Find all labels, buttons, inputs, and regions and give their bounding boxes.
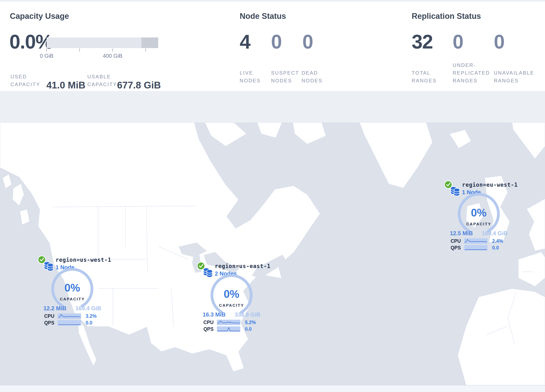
usable-capacity-label: USABLE CAPACITY	[87, 73, 122, 88]
capacity-axis-label-0: 0 GiB	[30, 53, 63, 59]
used-capacity-label: USED CAPACITY	[10, 73, 45, 88]
qps-label: QPS	[197, 326, 214, 332]
region-marker-us-west-1[interactable]: region=us-west-1 1 Node 0% CAPACITY 12.2…	[38, 255, 109, 327]
cpu-sparkline	[58, 313, 81, 319]
region-capacity-label: CAPACITY	[444, 222, 514, 226]
capacity-usage-percent: 0.0%	[9, 31, 52, 53]
cpu-sparkline	[217, 320, 240, 325]
region-used-capacity: 12.5 MiB	[450, 230, 473, 237]
suspect-nodes-count: 0	[271, 31, 281, 53]
map-landmass-africa	[458, 288, 545, 385]
capacity-axis-tick	[46, 49, 47, 52]
region-used-capacity: 16.3 MiB	[203, 311, 226, 318]
live-nodes-label: LIVE NODES	[240, 69, 267, 84]
qps-sparkline	[464, 245, 488, 250]
region-usable-capacity: 338.9 GiB	[235, 311, 260, 318]
node-map[interactable]: region=us-west-1 1 Node 0% CAPACITY 12.2…	[0, 123, 545, 392]
capacity-axis-label-400: 400 GiB	[96, 53, 129, 59]
node-status-title: Node Status	[240, 12, 286, 21]
cluster-summary-bar: Capacity Usage 0.0% 0 GiB 400 GiB USED C…	[0, 2, 545, 91]
usable-capacity-value: 677.8 GiB	[117, 80, 161, 91]
region-capacity-percent: 0%	[197, 288, 266, 300]
cpu-value: 3.2%	[86, 313, 97, 319]
cpu-value: 5.2%	[245, 320, 256, 325]
cpu-sparkline	[464, 238, 488, 244]
capacity-usage-bar	[47, 37, 158, 48]
capacity-axis-tick	[112, 49, 113, 52]
qps-label: QPS	[38, 320, 54, 326]
region-usable-capacity: 169.4 GiB	[482, 230, 508, 237]
qps-label: QPS	[444, 245, 461, 251]
region-used-capacity: 12.2 MiB	[43, 305, 67, 312]
qps-value: 0.0	[245, 326, 252, 332]
dead-nodes-label: DEAD NODES	[302, 69, 329, 84]
toolbar: Node Map Cluster 10m Past 10 Minutes	[0, 91, 545, 123]
region-capacity-label: CAPACITY	[197, 303, 266, 308]
used-capacity-value: 41.0 MiB	[46, 80, 86, 91]
cpu-value: 2.4%	[492, 238, 503, 244]
unavailable-ranges-label: UNAVAILABLE RANGES	[494, 69, 533, 84]
cpu-label: CPU	[444, 238, 461, 244]
unavailable-ranges-count: 0	[494, 31, 504, 53]
region-capacity-percent: 0%	[38, 281, 107, 294]
total-ranges-count: 32	[412, 31, 433, 53]
map-footer-strip	[0, 386, 545, 392]
live-nodes-count: 4	[240, 31, 250, 53]
region-name: region=us-east-1	[215, 263, 270, 269]
capacity-axis-tick	[145, 49, 146, 52]
capacity-non-usable-segment	[142, 37, 158, 48]
region-usable-capacity: 169.4 GiB	[75, 305, 101, 312]
region-marker-us-east-1[interactable]: region=us-east-1 2 Nodes 0% CAPACITY 16.…	[197, 261, 268, 334]
region-capacity-label: CAPACITY	[38, 297, 107, 301]
capacity-axis-tick	[79, 49, 80, 52]
map-landmass-greenland	[359, 123, 433, 188]
replication-status-title: Replication Status	[412, 12, 481, 21]
qps-value: 0.0	[492, 245, 499, 251]
capacity-usage-title: Capacity Usage	[10, 12, 69, 21]
cpu-label: CPU	[38, 313, 54, 319]
cpu-label: CPU	[197, 320, 214, 325]
region-name: region=eu-west-1	[462, 182, 518, 188]
region-marker-eu-west-1[interactable]: region=eu-west-1 1 Node 0% CAPACITY 12.5…	[444, 180, 515, 252]
under-replicated-ranges-count: 0	[453, 31, 463, 53]
qps-sparkline	[58, 320, 81, 325]
total-ranges-label: TOTAL RANGES	[412, 69, 439, 84]
qps-value: 0.0	[86, 320, 92, 326]
suspect-nodes-label: SUSPECT NODES	[271, 69, 298, 84]
region-name: region=us-west-1	[56, 257, 111, 263]
dead-nodes-count: 0	[302, 31, 313, 53]
qps-sparkline	[217, 326, 240, 332]
region-capacity-percent: 0%	[444, 206, 514, 219]
top-strip	[0, 0, 545, 2]
under-replicated-ranges-label: UNDER-REPLICATED RANGES	[453, 61, 489, 84]
